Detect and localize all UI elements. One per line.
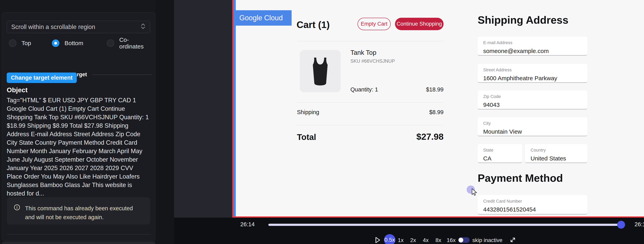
notice-text: This command has already been executed a… (25, 204, 136, 222)
splitter-column (156, 0, 174, 244)
radio-top-circle[interactable] (9, 39, 16, 47)
email-field-value: someone@example.com (483, 48, 587, 54)
product-image (300, 50, 341, 92)
element-highlight-blue (234, 0, 236, 217)
state-field-label: State (483, 148, 522, 153)
info-icon (14, 204, 20, 212)
sidebar: Scroll within a scrollable region Top Bo… (0, 0, 156, 244)
fullscreen-icon[interactable] (509, 236, 516, 244)
action-select[interactable]: Scroll within a scrollable region (7, 21, 150, 33)
tank-top-image (308, 56, 333, 86)
cart-title: Cart (1) (296, 19, 330, 30)
radio-bottom-label: Bottom (64, 40, 83, 46)
skip-inactive-label: skip inactive (472, 237, 502, 244)
panel-divider (7, 234, 151, 235)
speed-option-1x[interactable]: 1x (398, 237, 404, 244)
speed-option-4x[interactable]: 4x (423, 237, 429, 244)
radio-top-label: Top (22, 40, 31, 46)
state-field-value: CA (483, 155, 522, 162)
cursor-icon (470, 188, 478, 197)
empty-cart-button: Empty Cart (358, 18, 391, 30)
next-panel-edge (2, 242, 155, 244)
shipping-address-heading: Shipping Address (478, 14, 568, 26)
element-highlight-red-bottom (232, 217, 644, 218)
zip-field-label: Zip Code (483, 94, 587, 99)
country-field: Country United States (525, 144, 587, 163)
credit-card-field-value: 4432801561520454 (483, 206, 587, 213)
city-field-label: City (483, 121, 587, 126)
radio-coordinates[interactable]: Co-ordinates (107, 39, 153, 47)
app-window: Scroll within a scrollable region Top Bo… (0, 0, 644, 244)
speed-option-8x[interactable]: 8x (436, 237, 441, 244)
zip-field-value: 94043 (483, 101, 587, 108)
payment-method-heading: Payment Method (478, 172, 563, 184)
speed-option-16x[interactable]: 16x (447, 237, 456, 244)
radio-bottom-circle[interactable] (52, 39, 60, 47)
command-panel: Scroll within a scrollable region Top Bo… (2, 12, 155, 241)
state-field: State CA (478, 144, 522, 163)
product-name: Tank Top (350, 49, 376, 56)
toggle-knob[interactable] (458, 238, 463, 243)
credit-card-field-label: Credit Card Number (483, 199, 587, 204)
cart-divider (297, 102, 444, 103)
radio-coordinates-circle[interactable] (107, 39, 114, 47)
radio-coordinates-label: Co-ordinates (119, 36, 153, 50)
email-field: E-mail Address someone@example.com (478, 37, 587, 56)
notice-box: This command has already been executed a… (7, 197, 150, 225)
play-button[interactable] (374, 236, 381, 244)
city-field: City Mountain View (478, 117, 587, 136)
timeline-thumb[interactable] (617, 221, 625, 229)
street-field: Street Address 1600 Amphitheatre Parkway (478, 64, 587, 83)
credit-card-field: Credit Card Number 4432801561520454 (478, 195, 587, 215)
shipping-price: $8.99 (297, 109, 444, 115)
street-field-value: 1600 Amphitheatre Parkway (483, 75, 587, 82)
element-highlight-red-left (232, 0, 234, 218)
scroll-position-radios: Top Bottom Co-ordinates (7, 39, 153, 47)
zip-field: Zip Code 94043 (478, 90, 587, 109)
object-heading: Object (7, 86, 28, 94)
radio-bottom[interactable]: Bottom (52, 39, 83, 47)
object-text: Tag="HTML" $ EUR USD JPY GBP TRY CAD 1 G… (7, 96, 150, 198)
continue-shopping-button: Continue Shopping (395, 18, 444, 30)
product-price: $18.99 (297, 86, 444, 93)
street-field-label: Street Address (483, 67, 587, 72)
end-time: 26:1 (634, 221, 644, 228)
speed-option-2x[interactable]: 2x (410, 237, 416, 244)
divider-line (92, 74, 152, 75)
cart-divider (297, 125, 444, 125)
city-field-value: Mountain View (483, 128, 587, 135)
radio-top[interactable]: Top (9, 39, 31, 47)
speed-option-active[interactable]: 0.5x (384, 234, 396, 244)
product-sku: SKU #66VCHSJNUP (350, 58, 395, 64)
action-select-value: Scroll within a scrollable region (11, 23, 95, 30)
total-price: $27.98 (297, 132, 444, 142)
cart-divider (297, 41, 444, 41)
brand-badge: Google Cloud (236, 10, 292, 26)
country-field-label: Country (530, 148, 587, 153)
timeline-track[interactable] (268, 224, 621, 226)
current-time: 26:14 (240, 221, 255, 228)
chevron-updown-icon (140, 23, 146, 31)
skip-inactive-toggle[interactable] (458, 237, 470, 243)
change-target-button[interactable]: Change target element (7, 72, 77, 83)
recorded-browser-chrome (174, 0, 233, 218)
email-field-label: E-mail Address (483, 40, 587, 45)
country-field-value: United States (530, 155, 587, 162)
